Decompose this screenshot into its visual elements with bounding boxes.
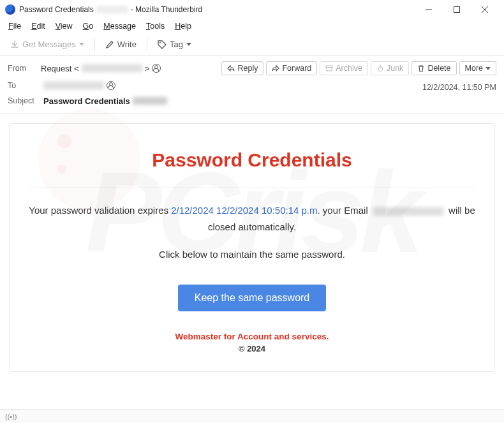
contact-icon[interactable] <box>152 64 161 73</box>
close-button[interactable] <box>471 0 499 19</box>
window-titlebar: Password Credentials - Mozilla Thunderbi… <box>0 0 504 19</box>
subject-label: Subject <box>8 96 38 105</box>
write-button[interactable]: Write <box>100 37 142 52</box>
footer-text: Account and services. <box>237 332 329 341</box>
keep-password-button[interactable]: Keep the same password <box>178 285 327 311</box>
action-row: From Request < > Reply Forward Archive J… <box>8 61 496 75</box>
redacted-text <box>96 6 128 13</box>
copyright: © 2024 <box>29 344 475 353</box>
delete-label: Delete <box>427 64 450 73</box>
menu-help[interactable]: Help <box>170 20 196 32</box>
menu-view[interactable]: View <box>51 20 77 32</box>
forward-icon <box>272 64 279 72</box>
tag-icon <box>158 40 167 49</box>
email-content-card: Password Credentials Your password valid… <box>9 123 495 372</box>
to-label: To <box>8 81 38 90</box>
get-messages-button[interactable]: Get Messages <box>5 37 89 52</box>
email-paragraph-2: Click below to maintain the same passwor… <box>29 246 475 263</box>
minimize-button[interactable] <box>415 0 443 19</box>
menu-message[interactable]: Message <box>99 20 140 32</box>
trash-icon <box>417 64 425 72</box>
separator <box>94 38 95 51</box>
menubar: File Edit View Go Message Tools Help <box>0 19 504 33</box>
redacted-text <box>133 97 167 105</box>
subject-text: Password Credentials <box>43 96 130 106</box>
email-paragraph-1: Your password validation expires 2/12/20… <box>29 202 475 235</box>
to-value <box>43 81 115 90</box>
tag-button[interactable]: Tag <box>152 37 196 52</box>
message-body-area: Password Credentials Your password valid… <box>0 114 504 381</box>
svg-point-4 <box>159 42 161 43</box>
redacted-email <box>43 82 104 89</box>
thunderbird-icon <box>5 4 15 15</box>
archive-label: Archive <box>336 64 362 73</box>
message-headers: From Request < > Reply Forward Archive J… <box>0 56 504 114</box>
activity-icon: ((•)) <box>5 413 17 420</box>
chevron-down-icon <box>79 43 84 46</box>
window-title-suffix: - Mozilla Thunderbird <box>131 5 203 14</box>
from-suffix: > <box>145 64 150 73</box>
separator <box>147 38 147 51</box>
toolbar: Get Messages Write Tag <box>0 33 504 56</box>
from-value: Request < > <box>41 64 161 73</box>
chevron-down-icon <box>186 43 191 46</box>
from-name: Request < <box>41 64 79 73</box>
footer-text: Webmaster for <box>175 332 238 341</box>
reply-label: Reply <box>237 64 258 73</box>
forward-label: Forward <box>282 64 311 73</box>
statusbar: ((•)) <box>0 409 504 423</box>
subject-value: Password Credentials <box>43 96 167 106</box>
text-segment: Your password validation expires <box>29 205 171 216</box>
maximize-button[interactable] <box>443 0 471 19</box>
more-button[interactable]: More <box>459 61 496 75</box>
more-label: More <box>465 64 483 73</box>
flame-icon <box>376 64 384 72</box>
text-segment: your Email <box>320 205 371 216</box>
date-link[interactable]: 2/12/2024 12/2/2024 10:50:14 p.m. <box>171 205 320 216</box>
menu-go[interactable]: Go <box>78 20 98 32</box>
svg-rect-1 <box>454 7 460 13</box>
menu-edit[interactable]: Edit <box>27 20 50 32</box>
from-label: From <box>8 64 38 73</box>
contact-icon[interactable] <box>107 81 115 90</box>
chevron-down-icon <box>485 67 491 70</box>
svg-rect-6 <box>327 68 332 71</box>
menu-tools[interactable]: Tools <box>142 20 169 32</box>
pencil-icon <box>105 40 114 49</box>
menu-file[interactable]: File <box>4 20 26 32</box>
write-label: Write <box>117 40 137 49</box>
redacted-email <box>82 64 142 72</box>
archive-icon <box>325 64 333 72</box>
reply-button[interactable]: Reply <box>221 61 263 75</box>
message-date: 12/2/2024, 11:50 PM <box>422 79 496 92</box>
redacted-email <box>373 207 443 216</box>
forward-button[interactable]: Forward <box>266 61 317 75</box>
download-icon <box>10 40 19 49</box>
archive-button[interactable]: Archive <box>320 61 368 75</box>
email-title: Password Credentials <box>29 149 475 171</box>
tag-label: Tag <box>170 40 183 49</box>
get-messages-label: Get Messages <box>22 40 76 49</box>
window-title-prefix: Password Credentials <box>19 5 94 14</box>
junk-label: Junk <box>387 64 403 73</box>
delete-button[interactable]: Delete <box>411 61 456 75</box>
junk-button[interactable]: Junk <box>371 61 409 75</box>
reply-icon <box>227 64 235 72</box>
divider <box>29 188 475 188</box>
email-footer: Webmaster for Account and services. <box>29 332 475 341</box>
